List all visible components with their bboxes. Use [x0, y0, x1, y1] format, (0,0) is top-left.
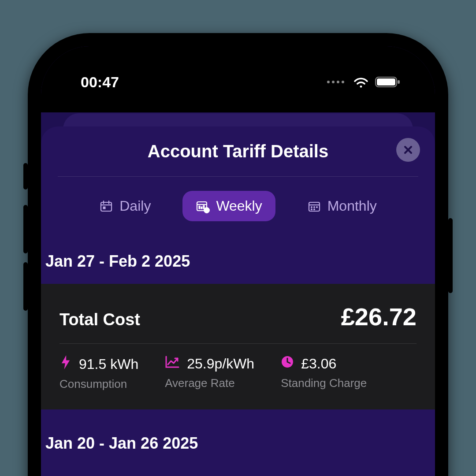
- svg-rect-4: [103, 207, 105, 209]
- consumption-value: 91.5 kWh: [79, 356, 138, 372]
- tab-weekly[interactable]: Weekly: [182, 191, 275, 221]
- calendar-week-icon: [196, 199, 210, 213]
- close-icon: [403, 145, 413, 155]
- cost-card[interactable]: Total Cost £26.72 91.5 kWh: [41, 284, 435, 409]
- phone-volume-up: [23, 205, 28, 253]
- battery-icon: [375, 76, 401, 88]
- phone-frame: 00:47: [28, 33, 448, 476]
- svg-rect-1: [377, 78, 395, 86]
- metric-standing-charge: £3.06 Standing Charge: [281, 355, 367, 391]
- tab-monthly[interactable]: Monthly: [294, 191, 390, 221]
- phone-screen: 00:47: [41, 46, 435, 476]
- calendar-month-icon: [307, 199, 321, 213]
- svg-rect-6: [199, 206, 200, 209]
- metrics-row: 91.5 kWh Consumption: [60, 355, 416, 391]
- wifi-icon: [353, 76, 369, 88]
- tab-daily-label: Daily: [119, 198, 151, 214]
- card-divider: [60, 343, 416, 344]
- consumption-label: Consumption: [60, 377, 138, 391]
- status-time: 00:47: [81, 74, 119, 91]
- svg-point-13: [316, 206, 317, 208]
- clock-icon: [281, 355, 294, 372]
- tariff-details-sheet: Account Tariff Details: [41, 126, 435, 476]
- tab-weekly-label: Weekly: [216, 198, 262, 214]
- total-cost-row: Total Cost £26.72: [60, 302, 416, 343]
- tab-monthly-label: Monthly: [327, 198, 377, 214]
- svg-point-15: [313, 208, 315, 210]
- close-button[interactable]: [396, 138, 420, 162]
- calendar-day-icon: [99, 199, 113, 213]
- bolt-icon: [60, 355, 72, 373]
- metric-consumption: 91.5 kWh Consumption: [60, 355, 138, 391]
- svg-point-11: [311, 206, 312, 208]
- svg-rect-3: [101, 202, 112, 211]
- tab-daily[interactable]: Daily: [86, 191, 164, 221]
- metric-avg-rate: 25.9p/kWh Average Rate: [165, 355, 254, 391]
- dynamic-island: [181, 65, 295, 98]
- standing-charge-value: £3.06: [301, 356, 336, 372]
- avg-rate-value: 25.9p/kWh: [187, 356, 254, 372]
- svg-rect-7: [201, 207, 202, 209]
- total-cost-label: Total Cost: [60, 310, 140, 329]
- svg-point-14: [311, 208, 312, 210]
- trend-up-icon: [165, 355, 180, 372]
- avg-rate-label: Average Rate: [165, 376, 254, 390]
- sheet-title: Account Tariff Details: [41, 141, 435, 161]
- phone-side-button: [23, 163, 28, 190]
- standing-charge-label: Standing Charge: [281, 376, 367, 390]
- period-range: Jan 27 - Feb 2 2025: [41, 252, 435, 284]
- sheet-header: Account Tariff Details: [41, 126, 435, 176]
- period-tabs: Daily Weekly: [41, 177, 435, 230]
- periods-list[interactable]: Jan 27 - Feb 2 2025 Total Cost £26.72: [41, 230, 435, 466]
- svg-point-12: [313, 206, 315, 208]
- svg-rect-2: [398, 80, 400, 84]
- total-cost-value: £26.72: [341, 302, 416, 331]
- status-right: [327, 76, 401, 88]
- cellular-dots-icon: [327, 81, 344, 83]
- phone-volume-down: [23, 262, 28, 311]
- period-range: Jan 20 - Jan 26 2025: [41, 409, 435, 466]
- phone-power-button: [448, 218, 453, 293]
